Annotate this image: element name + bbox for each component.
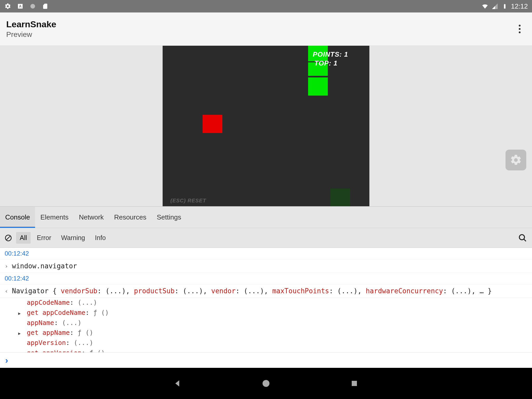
filter-all[interactable]: All <box>16 232 31 244</box>
android-nav-bar <box>0 368 532 399</box>
circle-icon <box>29 3 36 10</box>
android-status-bar: A 12:12 <box>0 0 532 12</box>
recents-button[interactable] <box>349 378 360 389</box>
tab-console[interactable]: Console <box>0 207 35 228</box>
game-canvas[interactable]: POINTS: 1 TOP: 1 (ESC) RESET <box>163 46 369 206</box>
console-prompt[interactable]: › <box>0 352 532 368</box>
filter-error[interactable]: Error <box>33 232 55 244</box>
faded-block <box>330 189 350 206</box>
devtools-tabbar: Console Elements Network Resources Setti… <box>0 206 532 228</box>
app-title: LearnSnake <box>6 19 56 29</box>
filter-info[interactable]: Info <box>91 232 110 244</box>
tab-settings[interactable]: Settings <box>151 207 186 228</box>
devtools-settings-button[interactable] <box>506 150 526 170</box>
tab-network[interactable]: Network <box>74 207 109 228</box>
tab-resources[interactable]: Resources <box>109 207 151 228</box>
home-button[interactable] <box>261 378 271 389</box>
svg-line-4 <box>6 236 10 240</box>
log-expression: window.navigator <box>12 262 77 270</box>
filter-warning[interactable]: Warning <box>57 232 89 244</box>
reset-hint: (ESC) RESET <box>170 198 206 204</box>
app-header: LearnSnake Preview <box>0 12 532 46</box>
log-input-row[interactable]: › window.navigator <box>0 260 532 273</box>
clear-console-button[interactable] <box>3 233 14 243</box>
console-output[interactable]: 00:12:42 › window.navigator 00:12:42 ‹ N… <box>0 248 532 352</box>
sd-card-icon <box>42 3 49 10</box>
wifi-icon <box>481 3 489 10</box>
svg-point-2 <box>30 4 35 9</box>
expand-caret-icon[interactable]: › <box>5 263 9 269</box>
letter-a-icon: A <box>17 3 24 10</box>
log-timestamp: 00:12:42 <box>0 248 532 260</box>
log-output-row[interactable]: ‹ Navigator { vendorSub: (...), productS… <box>0 284 532 298</box>
svg-text:A: A <box>19 4 22 8</box>
object-properties[interactable]: appCodeName: (...)▶ get appCodeName: ƒ (… <box>0 298 532 352</box>
tab-elements[interactable]: Elements <box>35 207 74 228</box>
top-label: TOP: 1 <box>314 59 337 67</box>
signal-icon <box>491 3 498 10</box>
gear-icon <box>4 3 11 10</box>
svg-point-7 <box>263 380 270 387</box>
console-filter-bar: All Error Warning Info <box>0 228 532 248</box>
status-time: 12:12 <box>511 2 528 10</box>
collapse-caret-icon[interactable]: ‹ <box>5 288 9 294</box>
snake-segment <box>308 77 328 96</box>
search-button[interactable] <box>516 232 529 244</box>
overflow-menu-button[interactable] <box>513 23 526 35</box>
svg-point-5 <box>519 235 524 240</box>
food-block <box>203 115 222 133</box>
points-label: POINTS: 1 <box>313 50 348 58</box>
prompt-caret-icon: › <box>5 355 8 365</box>
app-subtitle: Preview <box>6 30 56 39</box>
svg-line-6 <box>524 239 526 241</box>
battery-icon <box>501 3 508 10</box>
log-timestamp: 00:12:42 <box>0 273 532 284</box>
svg-rect-8 <box>352 381 357 386</box>
back-button[interactable] <box>172 378 183 389</box>
navigator-summary: Navigator { vendorSub: (...), productSub… <box>12 287 492 295</box>
preview-area: POINTS: 1 TOP: 1 (ESC) RESET <box>0 46 532 206</box>
